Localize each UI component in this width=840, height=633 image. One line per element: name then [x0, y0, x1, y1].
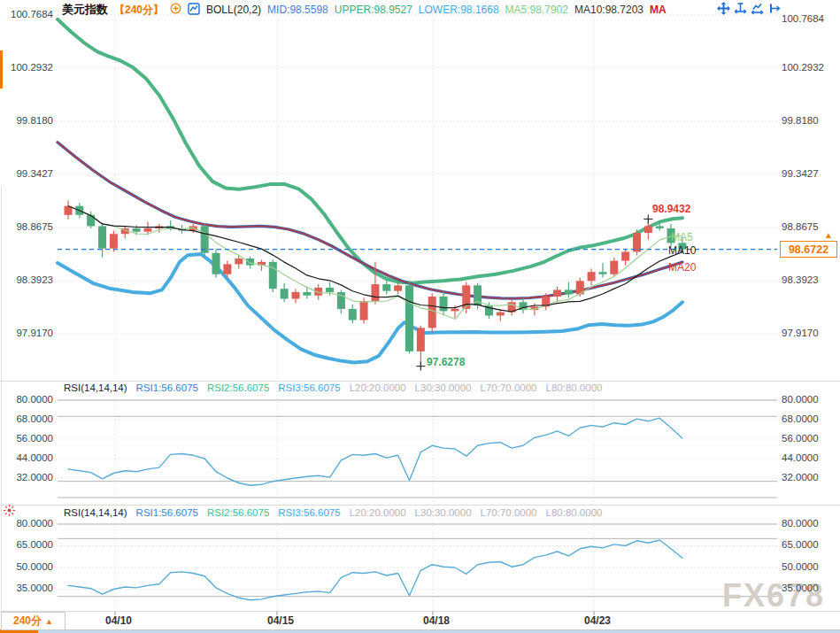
- candle-body: [303, 292, 311, 296]
- circle-plus-icon[interactable]: [170, 3, 181, 17]
- candle-body: [371, 284, 379, 301]
- chart-type-icon[interactable]: [188, 3, 200, 18]
- rsi1-line: [68, 418, 682, 485]
- candle-body: [360, 301, 368, 320]
- candle-body: [212, 253, 220, 274]
- candle-body: [143, 228, 151, 232]
- candle-body: [223, 264, 231, 274]
- candle-body: [394, 285, 402, 290]
- rsi2-line: [68, 540, 682, 600]
- candle-body: [110, 234, 118, 248]
- candle-body: [553, 289, 561, 297]
- timeframe-arrow-icon: ▲: [45, 617, 53, 626]
- candle-body: [678, 243, 686, 249]
- candlestick-series: [65, 200, 687, 366]
- candle-body: [87, 215, 95, 227]
- candle-body: [292, 292, 300, 299]
- candle-body: [235, 259, 243, 264]
- left-edge-marker: [0, 50, 3, 89]
- candle-body: [417, 328, 425, 351]
- candle-body: [246, 259, 254, 266]
- candle-body: [133, 228, 141, 232]
- timeframe-selector[interactable]: 240分 ▲: [1, 612, 66, 630]
- settings-sun-icon[interactable]: [3, 504, 16, 521]
- candle-body: [326, 288, 334, 292]
- candle-body: [428, 297, 436, 328]
- candle-body: [656, 226, 664, 228]
- candle-body: [610, 261, 618, 274]
- candle-body: [440, 297, 448, 311]
- candle-body: [588, 272, 596, 281]
- candle-body: [598, 272, 606, 274]
- candle-body: [565, 289, 573, 294]
- timeframe-label: 240分: [13, 614, 42, 629]
- period-label[interactable]: 【240分】: [114, 3, 164, 18]
- shift-right-icon[interactable]: [767, 2, 781, 15]
- candle-body: [667, 228, 675, 243]
- candle-body: [281, 289, 289, 298]
- move-crosshair-icon[interactable]: [717, 2, 730, 15]
- candle-body: [451, 309, 459, 312]
- candle-body: [497, 313, 505, 316]
- candle-body: [269, 262, 277, 289]
- bollinger-upper-line: [58, 19, 682, 283]
- chart-canvas[interactable]: [0, 0, 840, 633]
- trend-scale-icon[interactable]: [751, 2, 764, 15]
- candle-body: [98, 226, 106, 248]
- candle-body: [349, 309, 357, 320]
- axis-scale-icon[interactable]: [734, 2, 747, 15]
- candle-body: [405, 285, 413, 351]
- trading-chart-app: { "header": { "symbol": "美元指数", "period"…: [0, 0, 840, 633]
- candle-body: [621, 251, 629, 260]
- candle-body: [644, 226, 652, 233]
- candle-body: [382, 284, 390, 291]
